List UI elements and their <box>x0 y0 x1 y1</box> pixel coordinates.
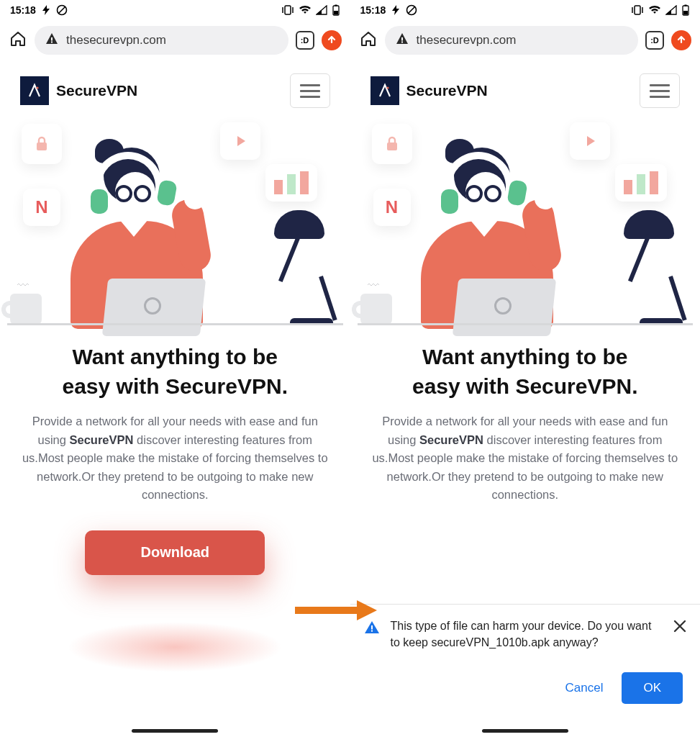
svg-rect-8 <box>51 37 53 41</box>
site-header: SecureVPN <box>0 60 350 117</box>
close-icon[interactable] <box>673 618 687 638</box>
headline-line1: Want anything to be <box>22 343 329 372</box>
browser-toolbar: thesecurevpn.com :D <box>350 20 701 60</box>
address-bar[interactable]: thesecurevpn.com <box>385 26 639 55</box>
svg-rect-2 <box>285 6 291 14</box>
cancel-button[interactable]: Cancel <box>565 681 604 695</box>
brand[interactable]: SecureVPN <box>20 76 137 105</box>
svg-rect-6 <box>335 5 337 6</box>
nav-handle[interactable] <box>482 729 568 733</box>
person-illustration <box>394 135 573 325</box>
hamburger-menu-button[interactable] <box>640 73 680 108</box>
dnd-icon <box>406 4 417 16</box>
url-text: thesecurevpn.com <box>66 33 166 48</box>
hero-illustration: N 〰 <box>358 117 694 325</box>
battery-icon <box>332 4 340 16</box>
vibrate-icon <box>631 5 644 15</box>
screen-after: 15:18 <box>350 0 701 737</box>
warning-icon <box>363 619 381 639</box>
bolt-icon <box>42 5 50 15</box>
svg-line-1 <box>58 7 65 14</box>
headline-line2: easy with SecureVPN. <box>372 372 679 402</box>
home-icon[interactable] <box>9 30 27 51</box>
svg-rect-13 <box>287 174 296 194</box>
svg-point-10 <box>36 86 38 89</box>
svg-rect-31 <box>371 630 373 631</box>
svg-rect-27 <box>624 180 632 194</box>
home-icon[interactable] <box>359 30 378 51</box>
mug-icon: 〰 <box>353 286 396 325</box>
svg-rect-7 <box>334 11 338 14</box>
extension-badge-icon[interactable] <box>671 30 691 50</box>
bolt-icon <box>391 5 400 15</box>
svg-point-25 <box>386 86 388 89</box>
svg-rect-29 <box>650 171 658 194</box>
svg-rect-12 <box>274 180 283 194</box>
status-time: 15:18 <box>360 4 386 16</box>
wifi-icon <box>648 5 661 15</box>
lamp-icon <box>253 210 339 325</box>
wifi-icon <box>299 5 312 15</box>
signal-icon <box>665 5 677 15</box>
brand-logo-icon <box>20 76 49 105</box>
svg-rect-17 <box>635 6 640 14</box>
brand-name: SecureVPN <box>406 82 488 99</box>
nav-handle[interactable] <box>132 729 218 733</box>
brand-logo-icon <box>371 76 399 105</box>
insecure-icon <box>45 32 59 50</box>
svg-rect-22 <box>683 11 688 14</box>
button-glow <box>67 622 283 672</box>
hero-illustration: N 〰 <box>7 117 343 325</box>
download-button[interactable]: Download <box>85 530 265 575</box>
headline: Want anything to be easy with SecureVPN. <box>350 325 701 408</box>
ok-button[interactable]: OK <box>622 672 683 704</box>
screen-before: 15:18 <box>0 0 350 737</box>
person-illustration <box>43 135 223 325</box>
play-card-icon <box>220 122 260 160</box>
headline-line1: Want anything to be <box>372 343 679 372</box>
description: Provide a network for all your needs wit… <box>0 408 350 505</box>
svg-rect-30 <box>371 625 373 630</box>
svg-rect-23 <box>401 37 403 41</box>
svg-rect-14 <box>300 171 309 194</box>
vibrate-icon <box>281 5 294 15</box>
headline-line2: easy with SecureVPN. <box>22 372 329 402</box>
play-card-icon <box>570 122 610 160</box>
browser-toolbar: thesecurevpn.com :D <box>0 20 350 60</box>
extension-badge-icon[interactable] <box>322 30 342 50</box>
mug-icon: 〰 <box>3 286 46 325</box>
svg-line-16 <box>409 7 415 14</box>
url-text: thesecurevpn.com <box>417 33 517 48</box>
status-bar: 15:18 <box>350 0 701 20</box>
bars-card-icon <box>615 164 667 202</box>
signal-icon <box>316 5 327 15</box>
status-bar: 15:18 <box>0 0 350 20</box>
tabs-button[interactable]: :D <box>296 31 314 50</box>
download-warning-prompt: This type of file can harm your device. … <box>350 604 701 715</box>
brand[interactable]: SecureVPN <box>371 76 488 105</box>
svg-rect-24 <box>401 41 403 42</box>
lamp-icon <box>602 210 688 325</box>
dnd-icon <box>56 4 68 16</box>
prompt-message: This type of file can harm your device. … <box>391 618 663 651</box>
brand-name: SecureVPN <box>56 82 137 99</box>
address-bar[interactable]: thesecurevpn.com <box>35 26 288 55</box>
battery-icon <box>681 4 690 16</box>
status-time: 15:18 <box>10 4 36 16</box>
description: Provide a network for all your needs wit… <box>350 408 701 505</box>
svg-rect-28 <box>637 174 645 194</box>
insecure-icon <box>395 32 409 50</box>
headline: Want anything to be easy with SecureVPN. <box>0 325 350 408</box>
site-header: SecureVPN <box>350 60 701 117</box>
svg-rect-21 <box>685 5 687 6</box>
tabs-button[interactable]: :D <box>645 31 664 50</box>
svg-rect-9 <box>51 41 53 42</box>
hamburger-menu-button[interactable] <box>290 73 330 108</box>
bars-card-icon <box>265 164 317 202</box>
